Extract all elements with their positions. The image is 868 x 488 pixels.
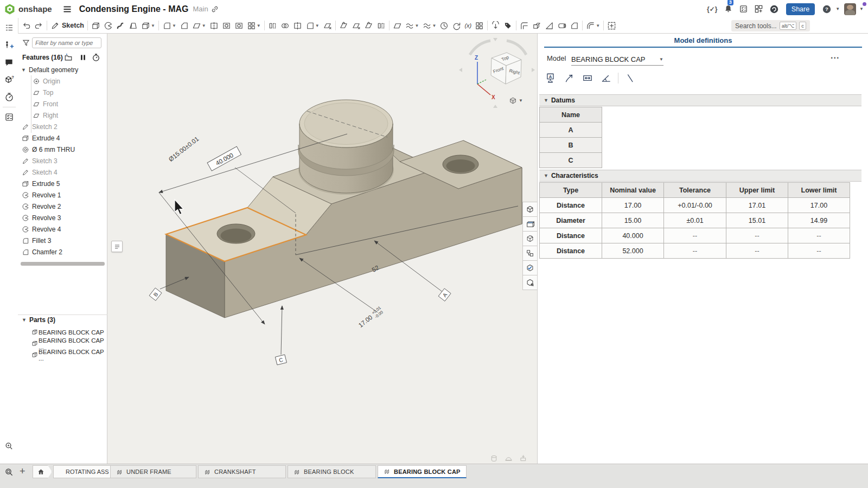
notifications-bell-icon[interactable]: 3	[722, 3, 735, 16]
characteristic-cell[interactable]: --	[788, 243, 850, 259]
characteristic-cell[interactable]: --	[788, 228, 850, 243]
geometric-tolerance-button[interactable]	[599, 72, 612, 85]
view-options-button[interactable]: ▼	[509, 97, 523, 105]
datum-flag-b[interactable]: B	[149, 288, 162, 300]
suppress-icon[interactable]	[79, 54, 87, 63]
characteristic-cell[interactable]: --	[664, 243, 726, 259]
toolbar-helix-button[interactable]	[438, 18, 450, 33]
toolbar-hole-button[interactable]	[233, 18, 245, 33]
characteristic-cell[interactable]: 40.000	[602, 228, 664, 243]
characteristic-cell[interactable]: Distance	[540, 243, 602, 259]
tab-under-frame[interactable]: UNDER FRAME	[110, 465, 196, 478]
release-tasks-icon[interactable]	[737, 3, 750, 16]
characteristic-cell[interactable]: 17.00	[788, 198, 850, 213]
feature-item-front[interactable]: Front	[18, 98, 107, 110]
create-tab-button[interactable]: +	[20, 466, 25, 477]
characteristic-cell[interactable]: --	[726, 228, 788, 243]
exploded-view-button[interactable]	[522, 246, 538, 261]
toolbar-measure-button[interactable]	[489, 18, 502, 33]
feature-item-revolve-3[interactable]: Revolve 3	[18, 212, 107, 223]
rollback-history-icon[interactable]	[92, 53, 100, 64]
learning-center-icon[interactable]	[768, 3, 781, 16]
dimension-button[interactable]	[581, 72, 594, 85]
feature-list-icon[interactable]	[0, 20, 18, 35]
datum-name-cell[interactable]: C	[540, 153, 602, 168]
characteristic-cell[interactable]: 14.99	[788, 213, 850, 228]
characteristic-cell[interactable]: 15.01	[726, 213, 788, 228]
filter-input[interactable]	[32, 37, 101, 48]
toolbar-select-tools-button[interactable]	[605, 18, 618, 33]
onshape-logo-icon[interactable]	[3, 3, 16, 16]
comments-icon[interactable]	[0, 55, 18, 70]
toolbar-thicken-button[interactable]: ▼	[139, 18, 157, 33]
toolbar-rib-button[interactable]	[208, 18, 220, 33]
feature-item-default-geometry[interactable]: ▼Default geometry	[18, 64, 107, 75]
document-menu-icon[interactable]	[61, 3, 74, 16]
feature-item-chamfer-2[interactable]: Chamfer 2	[18, 246, 107, 258]
toolbar-plane-button[interactable]	[391, 18, 404, 33]
model-select[interactable]: BEARING BLOCK CAP ▼	[571, 53, 663, 66]
toolbar-boolean-button[interactable]	[279, 18, 291, 33]
feature-item-revolve-4[interactable]: Revolve 4	[18, 223, 107, 235]
toolbar-variable-button[interactable]: (x)	[463, 18, 473, 33]
toolbar-mirror-part-button[interactable]	[375, 18, 387, 33]
toolbar-linear-pattern-button[interactable]: ▼	[245, 18, 263, 33]
search-tools-button[interactable]: Search tools... alt/⌥ c	[731, 20, 810, 31]
feature-item-extrude-5[interactable]: Extrude 5	[18, 178, 107, 189]
feature-item-right[interactable]: Right	[18, 110, 107, 121]
search-in-graphics-icon[interactable]	[0, 438, 18, 453]
share-link-icon[interactable]	[208, 3, 221, 16]
toolbar-draft-button[interactable]: ▼	[190, 18, 208, 33]
toolbar-chamfer-button[interactable]	[178, 18, 190, 33]
display-options-button[interactable]	[522, 231, 538, 246]
datum-feature-button[interactable]: A	[544, 72, 557, 85]
toolbar-gusset-button[interactable]	[543, 18, 556, 33]
toolbar-composite-curve-button[interactable]: ▼	[421, 18, 438, 33]
tab-bearing-block[interactable]: BEARING BLOCK	[288, 465, 376, 478]
notes-icon[interactable]	[0, 110, 18, 125]
app-store-icon[interactable]	[752, 3, 765, 16]
help-caret-icon[interactable]: ▼	[835, 7, 840, 11]
toolbar-revolve-button[interactable]	[102, 18, 114, 33]
diameter-dimension[interactable]: Ø15.00±0.01	[168, 136, 200, 163]
feature-item-sketch-2[interactable]: Sketch 2	[18, 121, 107, 132]
feature-item-top[interactable]: Top	[18, 87, 107, 98]
feature-item-extrude-4[interactable]: Extrude 4	[18, 132, 107, 144]
toolbar-tag-button[interactable]	[502, 18, 514, 33]
document-title[interactable]: Condensing Engine - MAG	[79, 4, 189, 14]
toolbar-trim-button[interactable]	[568, 18, 580, 33]
characteristic-cell[interactable]: ±0.01	[664, 213, 726, 228]
appearance-panel-button[interactable]	[522, 275, 538, 290]
feature-item-revolve-2[interactable]: Revolve 2	[18, 201, 107, 212]
tab-bearing-block-cap[interactable]: BEARING BLOCK CAP	[378, 465, 467, 478]
feature-item-origin[interactable]: Origin	[18, 75, 107, 87]
parts-caret-icon[interactable]: ▼	[22, 317, 27, 323]
part-item-1[interactable]: BEARING BLOCK CAP	[18, 326, 107, 338]
filter-icon[interactable]	[22, 39, 30, 49]
toolbar-sweep-button[interactable]	[114, 18, 127, 33]
toolbar-sheet-metal-button[interactable]: ▼	[584, 18, 602, 33]
toolbar-mirror-button[interactable]	[266, 18, 279, 33]
surface-finish-button[interactable]	[624, 72, 637, 85]
panel-overflow-menu[interactable]: ...	[831, 51, 839, 61]
toolbar-transform-button[interactable]	[450, 18, 463, 33]
history-icon[interactable]	[0, 89, 18, 105]
characteristic-cell[interactable]: --	[664, 228, 726, 243]
toolbar-fillet-button[interactable]: ▼	[161, 18, 178, 33]
model-help-icon[interactable]: ?	[0, 72, 18, 87]
help-icon[interactable]: ?	[820, 3, 833, 16]
section-view-button[interactable]	[522, 216, 538, 232]
feature-item-sketch-3[interactable]: Sketch 3	[18, 155, 107, 166]
toolbar-extrude-button[interactable]	[90, 18, 102, 33]
toolbar-undo-button[interactable]	[20, 18, 33, 33]
length-dimension[interactable]: 40.000	[207, 146, 241, 171]
characteristic-cell[interactable]: Distance	[540, 198, 602, 213]
part-item-3[interactable]: BEARING BLOCK CAP ...	[18, 349, 107, 361]
tab-crankshaft[interactable]: CRANKSHAFT	[198, 465, 286, 478]
characteristic-cell[interactable]: +0.01/-0.00	[664, 198, 726, 213]
feature-item-sketch-4[interactable]: Sketch 4	[18, 166, 107, 178]
characteristic-cell[interactable]: 17.01	[726, 198, 788, 213]
insert-studio-icon[interactable]	[0, 37, 18, 53]
characteristics-section-header[interactable]: ▼ Characteristics	[539, 170, 861, 182]
search-tabs-icon[interactable]	[2, 465, 15, 478]
